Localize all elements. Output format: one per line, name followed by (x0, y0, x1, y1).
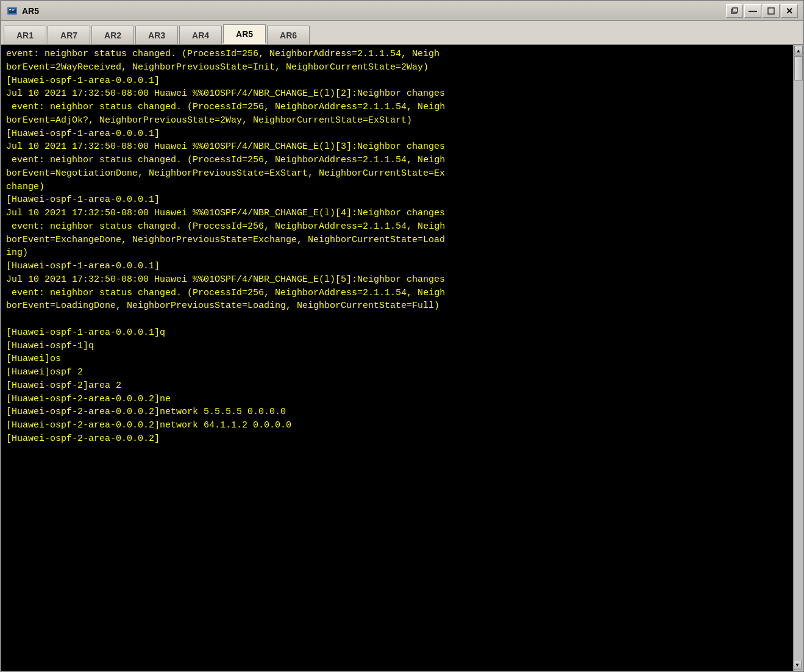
scroll-thumb[interactable] (794, 56, 803, 80)
window-title: AR5 (22, 6, 39, 16)
restore-button[interactable] (726, 4, 743, 18)
svg-rect-2 (9, 9, 11, 10)
terminal-content: event: neighbor status changed. (Process… (6, 48, 798, 446)
window-icon (6, 5, 18, 17)
tab-ar7[interactable]: AR7 (48, 26, 90, 44)
terminal[interactable]: event: neighbor status changed. (Process… (1, 45, 803, 671)
svg-rect-6 (733, 8, 738, 12)
tabs-bar: AR1 AR7 AR2 AR3 AR4 AR5 AR6 (1, 21, 803, 45)
minimize-button[interactable]: — (744, 4, 761, 18)
title-bar-left: AR5 (6, 5, 39, 17)
tab-ar6[interactable]: AR6 (267, 26, 310, 44)
tab-ar3[interactable]: AR3 (135, 26, 178, 44)
tab-ar2[interactable]: AR2 (91, 26, 134, 44)
close-button[interactable]: ✕ (781, 4, 798, 18)
svg-rect-7 (768, 8, 774, 14)
title-bar: AR5 — ✕ (1, 1, 803, 21)
svg-rect-4 (12, 10, 14, 11)
tab-ar4[interactable]: AR4 (179, 26, 222, 44)
maximize-button[interactable] (763, 4, 780, 18)
tab-ar5[interactable]: AR5 (223, 24, 266, 44)
title-bar-buttons: — ✕ (726, 4, 798, 18)
main-window: AR5 — ✕ AR1 AR7 AR2 AR3 AR4 (0, 0, 804, 672)
scroll-up-button[interactable]: ▲ (794, 46, 803, 55)
scrollbar[interactable]: ▲ ▼ (793, 45, 803, 671)
scroll-down-button[interactable]: ▼ (793, 660, 802, 670)
tab-ar1[interactable]: AR1 (4, 26, 46, 44)
svg-rect-3 (12, 9, 15, 10)
